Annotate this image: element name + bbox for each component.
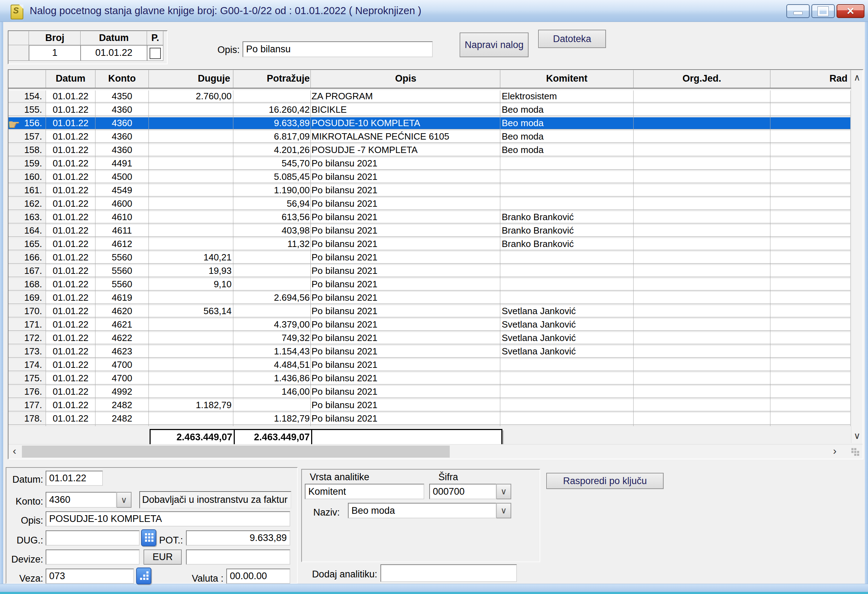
nalog-opis-input[interactable]	[242, 41, 433, 57]
cell-rad[interactable]	[771, 399, 851, 413]
cell-komitent[interactable]: Beo moda	[500, 131, 633, 144]
cell-orgjed[interactable]	[633, 225, 771, 238]
table-row[interactable]: 156.01.01.2243609.633,89POSUDJE-10 KOMPL…	[9, 117, 863, 131]
cell-konto[interactable]: 4700	[96, 373, 149, 386]
scroll-left-icon[interactable]: ‹	[9, 445, 21, 459]
dug-input[interactable]	[46, 531, 140, 545]
cell-komitent[interactable]: Beo moda	[500, 144, 633, 158]
cell-potrazuje[interactable]: 2.694,56	[233, 292, 311, 305]
cell-konto[interactable]: 4612	[96, 238, 149, 252]
cell-opis[interactable]: Po bilansu 2021	[311, 386, 500, 399]
cell-komitent[interactable]: Beo moda	[500, 117, 633, 131]
cell-komitent[interactable]: Svetlana Janković	[500, 305, 633, 319]
cell-rad[interactable]	[771, 319, 851, 332]
table-row[interactable]: 171.01.01.2246214.379,00Po bilansu 2021S…	[9, 319, 863, 332]
cell-num[interactable]: 174.	[9, 359, 46, 373]
sifra-input[interactable]	[429, 484, 496, 499]
cell-orgjed[interactable]	[633, 117, 771, 131]
cell-opis[interactable]: Po bilansu 2021	[311, 198, 500, 211]
cell-rad[interactable]	[771, 305, 851, 319]
cell-komitent[interactable]	[500, 265, 633, 279]
cell-num[interactable]: 175.	[9, 373, 46, 386]
cell-potrazuje[interactable]: 16.260,42	[233, 104, 311, 117]
cell-komitent[interactable]	[500, 359, 633, 373]
cell-num[interactable]: 155.	[9, 104, 46, 117]
broj-cell[interactable]: 1	[29, 45, 81, 61]
col-komitent[interactable]: Komitent	[500, 70, 633, 88]
cell-komitent[interactable]: Svetlana Janković	[500, 346, 633, 359]
cell-potrazuje[interactable]	[233, 265, 311, 279]
cell-potrazuje[interactable]: 4.379,00	[233, 319, 311, 332]
cell-komitent[interactable]	[500, 292, 633, 305]
cell-datum[interactable]: 01.01.22	[46, 90, 96, 104]
cell-opis[interactable]: Po bilansu 2021	[311, 332, 500, 346]
cell-rad[interactable]	[771, 279, 851, 292]
cell-datum[interactable]: 01.01.22	[46, 144, 96, 158]
cell-konto[interactable]: 4621	[96, 319, 149, 332]
cell-opis[interactable]: Po bilansu 2021	[311, 359, 500, 373]
col-duguje[interactable]: Duguje	[149, 70, 233, 88]
cell-orgjed[interactable]	[633, 279, 771, 292]
cell-komitent[interactable]	[500, 279, 633, 292]
cell-duguje[interactable]	[149, 184, 233, 198]
cell-potrazuje[interactable]: 1.190,00	[233, 184, 311, 198]
proknjizen-checkbox[interactable]	[149, 48, 161, 59]
cell-potrazuje[interactable]: 1.436,86	[233, 373, 311, 386]
cell-konto[interactable]: 4992	[96, 386, 149, 399]
table-row[interactable]: 169.01.01.2246192.694,56Po bilansu 2021	[9, 292, 863, 305]
cell-konto[interactable]: 5560	[96, 252, 149, 265]
cell-opis[interactable]: Po bilansu 2021	[311, 292, 500, 305]
cell-duguje[interactable]: 19,93	[149, 265, 233, 279]
scroll-up-icon[interactable]: ∧	[852, 71, 863, 83]
table-row[interactable]: 165.01.01.22461211,32Po bilansu 2021Bran…	[9, 238, 863, 252]
scroll-down-icon[interactable]: ∨	[852, 430, 863, 442]
konto-input[interactable]	[46, 492, 117, 508]
table-row[interactable]: 170.01.01.224620563,14Po bilansu 2021Sve…	[9, 305, 863, 319]
cell-datum[interactable]: 01.01.22	[46, 386, 96, 399]
cell-datum[interactable]: 01.01.22	[46, 332, 96, 346]
cell-orgjed[interactable]	[633, 346, 771, 359]
cell-duguje[interactable]	[149, 117, 233, 131]
cell-konto[interactable]: 5560	[96, 279, 149, 292]
cell-konto[interactable]: 4619	[96, 292, 149, 305]
cell-konto[interactable]: 2482	[96, 399, 149, 413]
cell-num[interactable]: 159.	[9, 158, 46, 171]
cell-duguje[interactable]	[149, 144, 233, 158]
cell-rad[interactable]	[771, 90, 851, 104]
cell-komitent[interactable]: Branko Branković	[500, 225, 633, 238]
table-row[interactable]: 159.01.01.224491545,70Po bilansu 2021	[9, 158, 863, 171]
cell-rad[interactable]	[771, 359, 851, 373]
cell-potrazuje[interactable]: 11,32	[233, 238, 311, 252]
cell-datum[interactable]: 01.01.22	[46, 252, 96, 265]
cell-rad[interactable]	[771, 413, 851, 426]
cell-orgjed[interactable]	[633, 305, 771, 319]
cell-num[interactable]: 165.	[9, 238, 46, 252]
cell-datum[interactable]: 01.01.22	[46, 279, 96, 292]
cell-orgjed[interactable]	[633, 399, 771, 413]
cell-opis[interactable]: Po bilansu 2021	[311, 211, 500, 225]
cell-num[interactable]: 172.	[9, 332, 46, 346]
naziv-dropdown-icon[interactable]: ∨	[496, 503, 511, 518]
cell-orgjed[interactable]	[633, 184, 771, 198]
cell-potrazuje[interactable]: 613,56	[233, 211, 311, 225]
cell-konto[interactable]: 2482	[96, 413, 149, 426]
cell-konto[interactable]: 4611	[96, 225, 149, 238]
cell-duguje[interactable]	[149, 211, 233, 225]
cell-komitent[interactable]	[500, 413, 633, 426]
cell-duguje[interactable]	[149, 104, 233, 117]
cell-konto[interactable]: 4360	[96, 117, 149, 131]
cell-datum[interactable]: 01.01.22	[46, 265, 96, 279]
cell-orgjed[interactable]	[633, 90, 771, 104]
cell-rad[interactable]	[771, 265, 851, 279]
cell-duguje[interactable]	[149, 198, 233, 211]
cell-rad[interactable]	[771, 238, 851, 252]
table-row[interactable]: 175.01.01.2247001.436,86Po bilansu 2021	[9, 373, 863, 386]
cell-rad[interactable]	[771, 386, 851, 399]
cell-datum[interactable]: 01.01.22	[46, 117, 96, 131]
table-row[interactable]: 168.01.01.2255609,10Po bilansu 2021	[9, 279, 863, 292]
rasporedi-po-kljucu-button[interactable]: Rasporedi po ključu	[546, 473, 664, 489]
horizontal-scrollbar[interactable]: ‹ ›	[9, 444, 863, 459]
cell-datum[interactable]: 01.01.22	[46, 399, 96, 413]
napravi-nalog-button[interactable]: Napravi nalog	[460, 32, 528, 57]
cell-konto[interactable]: 4491	[96, 158, 149, 171]
